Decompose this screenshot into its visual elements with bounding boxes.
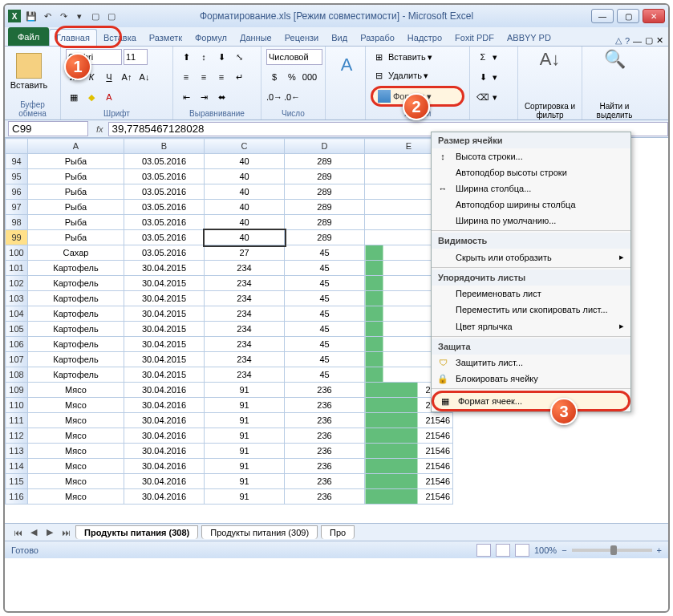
cell[interactable]: 234 bbox=[205, 367, 285, 383]
row-header[interactable]: 106 bbox=[6, 337, 28, 352]
sheet-nav-first-icon[interactable]: ⏮ bbox=[11, 528, 24, 537]
cell[interactable]: 30.04.2015 bbox=[124, 306, 205, 322]
save-icon[interactable]: 💾 bbox=[24, 9, 39, 23]
sheet-tab-2[interactable]: Продукты питания (309) bbox=[201, 525, 318, 539]
sheet-nav-prev-icon[interactable]: ◀ bbox=[27, 527, 40, 537]
row-header[interactable]: 111 bbox=[6, 413, 28, 428]
cell[interactable]: 45 bbox=[285, 306, 365, 322]
dd-format-cells[interactable]: ▦Формат ячеек... bbox=[432, 391, 630, 411]
row-header[interactable]: 102 bbox=[6, 276, 28, 291]
cell[interactable]: 03.05.2016 bbox=[124, 169, 205, 184]
decrease-decimal-icon[interactable]: .0← bbox=[284, 89, 300, 105]
fx-icon[interactable]: fx bbox=[91, 124, 108, 134]
cell[interactable]: 236 bbox=[285, 459, 365, 474]
col-header-a[interactable]: A bbox=[28, 139, 124, 154]
cell[interactable]: 40 bbox=[205, 200, 285, 215]
cell[interactable]: 21546 bbox=[365, 459, 453, 474]
cell[interactable]: 30.04.2016 bbox=[124, 474, 205, 489]
close-button[interactable]: ✕ bbox=[643, 9, 665, 23]
dd-protect-sheet[interactable]: 🛡Защитить лист... bbox=[432, 355, 630, 371]
col-header-b[interactable]: B bbox=[124, 139, 205, 154]
cell[interactable]: 21546 bbox=[365, 413, 453, 428]
cell[interactable]: 30.04.2015 bbox=[124, 276, 205, 291]
cell[interactable]: Картофель bbox=[28, 322, 124, 337]
cell[interactable]: Картофель bbox=[28, 352, 124, 367]
cell[interactable]: 03.05.2016 bbox=[124, 200, 205, 215]
cell[interactable]: 236 bbox=[285, 398, 365, 413]
percent-icon[interactable]: % bbox=[284, 69, 300, 85]
cell[interactable]: 91 bbox=[205, 428, 285, 444]
cell[interactable]: Рыба bbox=[28, 200, 124, 215]
sheet-tab-active[interactable]: Продукты питания (308) bbox=[75, 525, 198, 539]
align-right-icon[interactable]: ≡ bbox=[213, 69, 229, 85]
cell[interactable]: 45 bbox=[285, 367, 365, 383]
cell[interactable]: 30.04.2016 bbox=[124, 383, 205, 398]
sheet-nav-next-icon[interactable]: ▶ bbox=[43, 527, 56, 537]
insert-cells-label[interactable]: Вставить bbox=[388, 52, 426, 62]
row-header[interactable]: 95 bbox=[6, 169, 28, 184]
row-header[interactable]: 116 bbox=[6, 489, 28, 505]
dd-autofit-col[interactable]: Автоподбор ширины столбца bbox=[432, 197, 630, 213]
cell[interactable]: 27 bbox=[205, 245, 285, 261]
row-header[interactable]: 97 bbox=[6, 200, 28, 215]
dd-autofit-row[interactable]: Автоподбор высоты строки bbox=[432, 164, 630, 180]
cell[interactable]: 289 bbox=[285, 215, 365, 230]
cell[interactable]: 289 bbox=[285, 154, 365, 169]
row-header[interactable]: 113 bbox=[6, 444, 28, 459]
row-header[interactable]: 115 bbox=[6, 474, 28, 489]
row-header[interactable]: 100 bbox=[6, 245, 28, 261]
cell[interactable]: Рыба bbox=[28, 230, 124, 245]
cell[interactable]: Картофель bbox=[28, 337, 124, 352]
cell[interactable]: Рыба bbox=[28, 184, 124, 200]
cell[interactable]: 91 bbox=[205, 444, 285, 459]
tab-view[interactable]: Вид bbox=[325, 30, 354, 46]
cell[interactable]: 91 bbox=[205, 383, 285, 398]
align-center-icon[interactable]: ≡ bbox=[196, 69, 212, 85]
cell[interactable]: 45 bbox=[285, 245, 365, 261]
minimize-ribbon-icon[interactable]: △ bbox=[615, 35, 622, 46]
tab-developer[interactable]: Разрабо bbox=[354, 30, 401, 46]
cell[interactable]: 45 bbox=[285, 291, 365, 306]
row-header[interactable]: 112 bbox=[6, 428, 28, 444]
cell[interactable]: 236 bbox=[285, 383, 365, 398]
cell[interactable]: 30.04.2015 bbox=[124, 322, 205, 337]
cell[interactable]: Мясо bbox=[28, 489, 124, 505]
increase-indent-icon[interactable]: ⇥ bbox=[196, 89, 212, 105]
align-left-icon[interactable]: ≡ bbox=[178, 69, 194, 85]
cell[interactable]: 03.05.2016 bbox=[124, 245, 205, 261]
cell[interactable]: 03.05.2016 bbox=[124, 154, 205, 169]
cell[interactable]: 03.05.2016 bbox=[124, 215, 205, 230]
sheet-nav-last-icon[interactable]: ⏭ bbox=[59, 528, 72, 537]
cell[interactable]: 30.04.2015 bbox=[124, 337, 205, 352]
view-pagebreak-icon[interactable] bbox=[515, 544, 529, 557]
zoom-in-icon[interactable]: + bbox=[657, 545, 662, 555]
dd-default-width[interactable]: Ширина по умолчанию... bbox=[432, 213, 630, 229]
cell[interactable]: Мясо bbox=[28, 474, 124, 489]
tab-file[interactable]: Файл bbox=[8, 27, 49, 46]
cell[interactable]: 45 bbox=[285, 352, 365, 367]
row-header[interactable]: 99 bbox=[6, 230, 28, 245]
cell[interactable]: 45 bbox=[285, 322, 365, 337]
cell[interactable]: 289 bbox=[285, 230, 365, 245]
tab-insert[interactable]: Вставка bbox=[97, 30, 143, 46]
cell[interactable]: 45 bbox=[285, 337, 365, 352]
cell[interactable]: 30.04.2015 bbox=[124, 291, 205, 306]
cell[interactable]: 21546 bbox=[365, 428, 453, 444]
tab-formulas[interactable]: Формул bbox=[189, 30, 233, 46]
doc-restore-icon[interactable]: ▢ bbox=[645, 35, 653, 46]
cell[interactable]: 03.05.2016 bbox=[124, 184, 205, 200]
row-header[interactable]: 103 bbox=[6, 291, 28, 306]
row-header[interactable]: 101 bbox=[6, 261, 28, 276]
tab-addins[interactable]: Надстро bbox=[401, 30, 448, 46]
undo-icon[interactable]: ↶ bbox=[40, 9, 55, 23]
decrease-indent-icon[interactable]: ⇤ bbox=[178, 89, 194, 105]
cell[interactable]: Рыба bbox=[28, 169, 124, 184]
autosum-icon[interactable]: Σ bbox=[475, 49, 491, 65]
sheet-tab-3[interactable]: Про bbox=[321, 525, 355, 539]
cell[interactable]: Рыба bbox=[28, 154, 124, 169]
cell[interactable]: Мясо bbox=[28, 428, 124, 444]
row-header[interactable]: 96 bbox=[6, 184, 28, 200]
conditional-formatting-icon[interactable]: A bbox=[330, 49, 363, 81]
cell[interactable]: 40 bbox=[205, 169, 285, 184]
cell[interactable]: Мясо bbox=[28, 444, 124, 459]
